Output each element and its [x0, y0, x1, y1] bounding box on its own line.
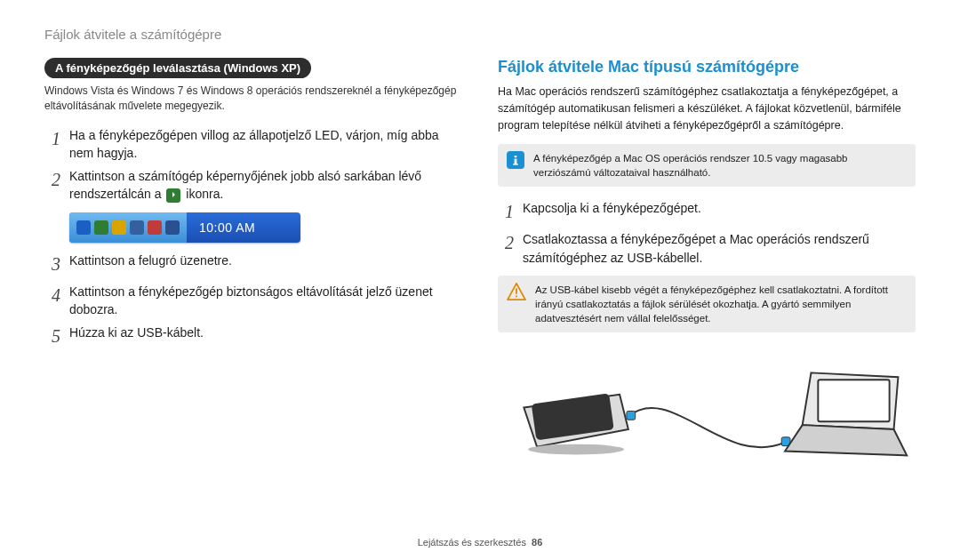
step-item: Kattintson a felugró üzenetre.: [44, 252, 462, 277]
taskbar-screenshot: 10:00 AM: [69, 212, 300, 243]
svg-point-5: [528, 444, 624, 455]
info-text: A fényképezőgép a Mac OS operációs rends…: [533, 151, 907, 180]
step-item: Kapcsolja ki a fényképezőgépet.: [498, 199, 916, 225]
step-item: Húzza ki az USB-kábelt.: [44, 324, 462, 349]
document-page: Fájlok átvitele a számítógépre A fénykép…: [0, 0, 960, 560]
info-callout: A fényképezőgép a Mac OS operációs rends…: [498, 144, 916, 187]
page-footer: Lejátszás és szerkesztés 86: [0, 537, 960, 548]
section-pill: A fényképezőgép leválasztása (Windows XP…: [44, 58, 311, 78]
warning-text: Az USB-kábel kisebb végét a fényképezőgé…: [535, 283, 907, 325]
step-text: Csatlakoztassa a fényképezőgépet a Mac o…: [523, 230, 916, 267]
tray-arrow-icon: [76, 220, 91, 235]
intro-paragraph: Ha Mac operációs rendszerű számítógéphez…: [498, 84, 916, 133]
step-text: Húzza ki az USB-kábelt.: [69, 324, 204, 341]
two-column-layout: A fényképezőgép leválasztása (Windows XP…: [44, 58, 916, 478]
step-item: Csatlakoztassa a fényképezőgépet a Mac o…: [498, 230, 916, 267]
steps-list-a: Ha a fényképezőgépen villog az állapotje…: [44, 126, 462, 204]
tray-volume-icon: [148, 220, 162, 235]
step-text: Kattintson a fényképezőgép biztonságos e…: [69, 283, 462, 319]
step-text: Kattintson a számítógép képernyőjének jo…: [69, 167, 462, 204]
svg-rect-3: [516, 296, 517, 298]
breadcrumb: Fájlok átvitele a számítógépre: [44, 27, 916, 42]
compatibility-note: Windows Vista és Windows 7 és Windows 8 …: [44, 84, 462, 114]
svg-rect-6: [627, 411, 636, 420]
step-text: Ha a fényképezőgépen villog az állapotje…: [69, 126, 462, 163]
tray-shield-icon: [112, 220, 126, 235]
footer-page-number: 86: [532, 537, 542, 548]
system-tray: [69, 212, 187, 243]
svg-rect-1: [515, 159, 517, 164]
safely-remove-icon: [166, 188, 180, 203]
taskbar-clock: 10:00 AM: [187, 220, 300, 235]
steps-list-b: Kattintson a felugró üzenetre. Kattintso…: [44, 252, 462, 350]
section-heading: Fájlok átvitele Mac típusú számítógépre: [498, 58, 916, 76]
warning-callout: Az USB-kábel kisebb végét a fényképezőgé…: [498, 276, 916, 332]
footer-section: Lejátszás és szerkesztés: [418, 537, 526, 548]
step-text: Kattintson a felugró üzenetre.: [69, 252, 232, 269]
tray-device-icon: [94, 220, 108, 235]
info-icon: [507, 151, 524, 169]
svg-rect-8: [818, 380, 889, 421]
right-column: Fájlok átvitele Mac típusú számítógépre …: [498, 58, 916, 478]
tray-network-icon: [165, 220, 180, 235]
step-text-suffix: ikonra.: [186, 187, 223, 201]
svg-rect-2: [516, 288, 517, 293]
svg-rect-0: [515, 156, 517, 157]
step-item: Ha a fényképezőgépen villog az állapotje…: [44, 126, 462, 163]
step-text-prefix: Kattintson a számítógép képernyőjének jo…: [69, 169, 421, 201]
steps-list-mac: Kapcsolja ki a fényképezőgépet. Csatlako…: [498, 199, 916, 267]
step-item: Kattintson a számítógép képernyőjének jo…: [44, 167, 462, 204]
step-text: Kapcsolja ki a fényképezőgépet.: [523, 199, 701, 217]
warning-icon: [507, 283, 526, 300]
left-column: A fényképezőgép leválasztása (Windows XP…: [44, 58, 462, 478]
connection-illustration: [498, 345, 916, 478]
step-item: Kattintson a fényképezőgép biztonságos e…: [44, 283, 462, 319]
tray-monitor-icon: [130, 220, 144, 235]
